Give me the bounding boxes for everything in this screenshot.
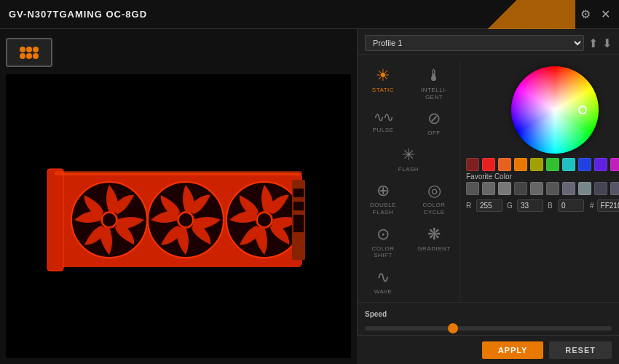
main-layout: Profile 1 Profile 2 Profile 3 ⬆ ⬇ ☀ STAT… [0,29,619,364]
fav-swatch-2[interactable] [482,182,495,195]
fav-swatch-7[interactable] [562,182,575,195]
b-input[interactable] [558,199,584,212]
off-icon: ⊘ [427,109,441,128]
gradient-icon: ❋ [427,225,441,244]
hex-input[interactable] [597,199,619,212]
b-label: B [548,202,555,210]
fav-swatch-3[interactable] [498,182,511,195]
color-wheel-cursor [578,106,587,114]
fav-swatch-6[interactable] [546,182,559,195]
bottom-bar: APPLY RESET [357,335,619,364]
svg-rect-13 [293,189,304,197]
mode-pulse[interactable]: ∿∿ PULSE [358,105,409,141]
apply-button[interactable]: APPLY [482,341,544,359]
mode-off[interactable]: ⊘ OFF [409,105,460,141]
profile-select[interactable]: Profile 1 Profile 2 Profile 3 [365,35,584,51]
mode-static[interactable]: ☀ STATIC [358,62,409,105]
favorite-swatches [466,182,619,195]
export-icon[interactable]: ⬆ [588,36,598,50]
rgb-row: R G B # [466,199,619,212]
svg-rect-15 [293,215,304,232]
favorite-color-label: Favorite Color [466,173,512,181]
fav-swatch-9[interactable] [594,182,607,195]
color-column: Favorite Color ✏ [460,59,619,302]
thumb-dot [20,53,25,59]
thumb-dot [26,53,32,59]
hash-label: # [590,202,594,210]
fav-swatch-10[interactable] [610,182,619,195]
svg-point-5 [102,213,117,227]
thumb-dot [33,53,39,59]
speed-slider[interactable] [365,326,612,331]
fav-swatch-4[interactable] [514,182,527,195]
thumbnail-grid [20,47,39,59]
intelligent-icon: 🌡 [426,66,442,85]
pulse-label: PULSE [373,127,394,134]
left-panel [0,29,357,364]
wave-icon: ∿ [376,268,390,287]
double-flash-label: DOUBLE FLASH [363,202,403,215]
swatch-green[interactable] [546,158,559,171]
close-icon[interactable]: ✕ [601,7,610,21]
top-right: ☀ STATIC 🌡 INTELLI-GENT ∿∿ PULSE ⊘ [358,59,619,303]
color-cycle-icon: ◎ [427,181,441,200]
swatch-darkred[interactable] [466,158,479,171]
thumbnail-row [6,35,351,70]
mode-color-shift[interactable]: ⊙ COLOR SHIFT [358,221,409,264]
favorite-color-section: Favorite Color ✏ [466,173,619,181]
svg-rect-2 [55,171,302,175]
svg-point-8 [178,213,193,227]
r-input[interactable] [476,199,502,212]
svg-rect-1 [47,169,63,271]
static-label: STATIC [372,87,394,94]
static-icon: ☀ [376,66,390,85]
mode-gradient[interactable]: ❋ GRADIENT [409,221,460,264]
swatch-yellow[interactable] [530,158,543,171]
modes-grid: ☀ STATIC 🌡 INTELLI-GENT ∿∿ PULSE ⊘ [358,62,460,299]
gradient-label: GRADIENT [417,245,450,253]
gpu-thumbnail[interactable] [6,38,52,67]
color-wheel[interactable] [511,66,599,154]
color-shift-label: COLOR SHIFT [363,245,403,259]
color-shift-icon: ⊙ [376,225,390,244]
mode-flash[interactable]: ✳ FLASH [383,141,434,178]
right-content: ☀ STATIC 🌡 INTELLI-GENT ∿∿ PULSE ⊘ [358,59,619,364]
mode-double-flash[interactable]: ⊕ DOUBLE FLASH [358,177,409,220]
mode-wave[interactable]: ∿ WAVE [358,264,409,300]
mode-intelligent[interactable]: 🌡 INTELLI-GENT [409,62,460,105]
svg-point-11 [257,213,272,227]
speed-label: Speed [365,310,612,318]
swatch-blue[interactable] [578,158,591,171]
swatch-red[interactable] [482,158,495,171]
reset-button[interactable]: RESET [549,341,612,359]
title-actions: ⚙ ✕ [580,7,610,21]
swatch-cyan[interactable] [562,158,575,171]
flash-label: FLASH [398,166,419,173]
swatch-magenta[interactable] [610,158,619,171]
thumb-dot [20,47,25,52]
color-wheel-container [466,63,619,157]
thumb-dot [33,47,39,52]
modes-column: ☀ STATIC 🌡 INTELLI-GENT ∿∿ PULSE ⊘ [358,59,460,302]
r-label: R [466,202,473,210]
fav-swatch-8[interactable] [578,182,591,195]
gpu-display [6,74,351,358]
gpu-illustration [40,129,317,304]
app-title: GV-N307TGAMING OC-8GD [9,9,147,20]
thumb-dot [26,47,32,52]
settings-icon[interactable]: ⚙ [580,7,591,21]
off-label: OFF [427,130,441,137]
swatch-orange-red[interactable] [498,158,511,171]
color-swatches-row [466,157,619,173]
pulse-icon: ∿∿ [374,109,393,125]
g-input[interactable] [517,199,543,212]
right-panel: Profile 1 Profile 2 Profile 3 ⬆ ⬇ ☀ STAT… [357,29,619,364]
fav-swatch-5[interactable] [530,182,543,195]
import-icon[interactable]: ⬇ [602,36,612,50]
swatch-violet[interactable] [594,158,607,171]
mode-color-cycle[interactable]: ◎ COLOR CYCLE [409,177,460,220]
fav-swatch-1[interactable] [466,182,479,195]
svg-rect-14 [293,202,304,210]
swatch-orange[interactable] [514,158,527,171]
title-bar: GV-N307TGAMING OC-8GD ⚙ ✕ [0,0,619,29]
